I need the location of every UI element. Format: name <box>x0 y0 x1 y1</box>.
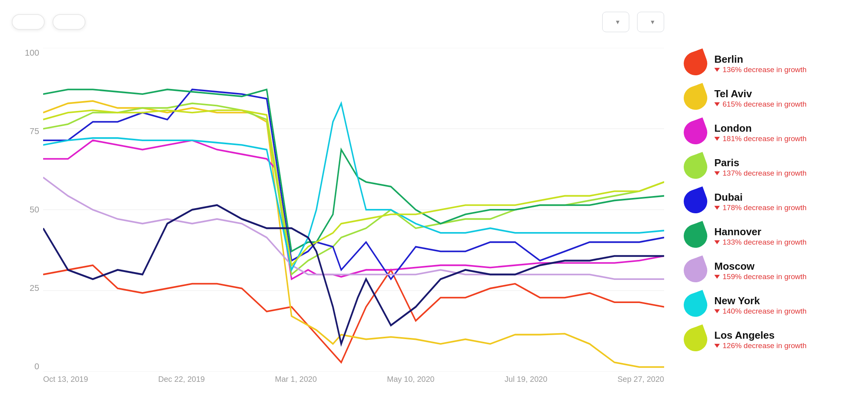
legend-stat: 178% decrease in growth <box>714 203 806 212</box>
x-label-4: May 10, 2020 <box>387 375 434 391</box>
legend-color-blob <box>681 118 711 148</box>
legend-color-blob <box>681 152 711 182</box>
legend-stat-text: 181% decrease in growth <box>723 134 806 143</box>
x-label-5: Jul 19, 2020 <box>505 375 547 391</box>
arrow-down-icon <box>714 309 720 313</box>
arrow-down-icon <box>714 275 720 279</box>
track-trend-button[interactable] <box>12 14 45 30</box>
chevron-down-icon: ▾ <box>651 18 654 26</box>
legend-stat: 159% decrease in growth <box>714 272 806 281</box>
chart-container: 100 75 50 25 0 <box>12 48 664 391</box>
y-label-75: 75 <box>30 126 39 136</box>
arrow-down-icon <box>714 171 720 175</box>
legend-color-blob <box>681 221 711 251</box>
legend-text: Hannover133% decrease in growth <box>714 226 806 247</box>
y-axis: 100 75 50 25 0 <box>12 48 43 391</box>
arrow-down-icon <box>714 240 720 244</box>
legend-stat-text: 133% decrease in growth <box>723 238 806 247</box>
legend-text: New York140% decrease in growth <box>714 295 806 316</box>
legend-city-name: Paris <box>714 157 806 169</box>
arrow-down-icon <box>714 68 720 72</box>
arrow-down-icon <box>714 102 720 106</box>
compare-button[interactable] <box>53 14 85 30</box>
legend-stat-text: 159% decrease in growth <box>723 272 806 281</box>
legend-item: London181% decrease in growth <box>684 121 860 144</box>
legend-text: Dubai178% decrease in growth <box>714 191 806 212</box>
legend-city-name: Hannover <box>714 226 806 238</box>
x-label-2: Dec 22, 2019 <box>158 375 205 391</box>
legend-item: Los Angeles126% decrease in growth <box>684 328 860 351</box>
legend-item: Dubai178% decrease in growth <box>684 190 860 213</box>
legend-item: Tel Aviv615% decrease in growth <box>684 86 860 110</box>
legend-stat-text: 137% decrease in growth <box>723 169 806 178</box>
chart-inner: Oct 13, 2019 Dec 22, 2019 Mar 1, 2020 Ma… <box>43 48 664 391</box>
legend-stat: 126% decrease in growth <box>714 341 806 350</box>
legend-text: Moscow159% decrease in growth <box>714 260 806 281</box>
legend-city-name: New York <box>714 295 806 307</box>
legend-item: New York140% decrease in growth <box>684 293 860 317</box>
legend-color-blob <box>681 256 711 286</box>
x-label-1: Oct 13, 2019 <box>43 375 88 391</box>
legend-text: Berlin136% decrease in growth <box>714 53 806 74</box>
legend-text: Paris137% decrease in growth <box>714 157 806 178</box>
legend-city-name: Tel Aviv <box>714 88 806 100</box>
arrow-down-icon <box>714 137 720 141</box>
legend-stat-text: 136% decrease in growth <box>723 65 806 74</box>
location-dropdown[interactable]: ▾ <box>602 12 629 32</box>
x-label-3: Mar 1, 2020 <box>275 375 317 391</box>
legend-city-name: Los Angeles <box>714 329 806 341</box>
legend-stat: 133% decrease in growth <box>714 238 806 247</box>
legend-color-blob <box>681 325 711 355</box>
y-label-50: 50 <box>30 205 39 215</box>
legend-item: Moscow159% decrease in growth <box>684 259 860 282</box>
legend-stat: 137% decrease in growth <box>714 169 806 178</box>
chevron-down-icon: ▾ <box>616 18 619 26</box>
legend-city-name: Dubai <box>714 191 806 203</box>
y-label-100: 100 <box>25 48 39 58</box>
legend-item: Hannover133% decrease in growth <box>684 224 860 248</box>
legend: Berlin136% decrease in growthTel Aviv615… <box>672 0 868 403</box>
x-axis: Oct 13, 2019 Dec 22, 2019 Mar 1, 2020 Ma… <box>43 372 664 391</box>
legend-stat: 136% decrease in growth <box>714 65 806 74</box>
legend-city-name: Berlin <box>714 53 806 65</box>
legend-city-name: London <box>714 122 806 134</box>
chart-svg <box>43 48 664 372</box>
toolbar: ▾ ▾ <box>12 12 664 32</box>
legend-item: Paris137% decrease in growth <box>684 155 860 179</box>
x-label-6: Sep 27, 2020 <box>617 375 664 391</box>
legend-item: Berlin136% decrease in growth <box>684 52 860 75</box>
legend-stat-text: 126% decrease in growth <box>723 341 806 350</box>
arrow-down-icon <box>714 344 720 348</box>
legend-stat-text: 140% decrease in growth <box>723 307 806 316</box>
legend-stat: 615% decrease in growth <box>714 100 806 109</box>
legend-color-blob <box>681 290 711 320</box>
legend-stat: 140% decrease in growth <box>714 307 806 316</box>
legend-text: Tel Aviv615% decrease in growth <box>714 88 806 109</box>
legend-city-name: Moscow <box>714 260 806 272</box>
legend-stat-text: 178% decrease in growth <box>723 203 806 212</box>
arrow-down-icon <box>714 206 720 210</box>
y-label-25: 25 <box>30 283 39 293</box>
legend-color-blob <box>681 187 711 217</box>
legend-stat: 181% decrease in growth <box>714 134 806 143</box>
legend-color-blob <box>681 83 711 113</box>
legend-stat-text: 615% decrease in growth <box>723 100 806 109</box>
legend-color-blob <box>681 49 711 79</box>
legend-text: London181% decrease in growth <box>714 122 806 143</box>
period-dropdown[interactable]: ▾ <box>637 12 664 32</box>
legend-text: Los Angeles126% decrease in growth <box>714 329 806 350</box>
y-label-0: 0 <box>35 361 39 372</box>
